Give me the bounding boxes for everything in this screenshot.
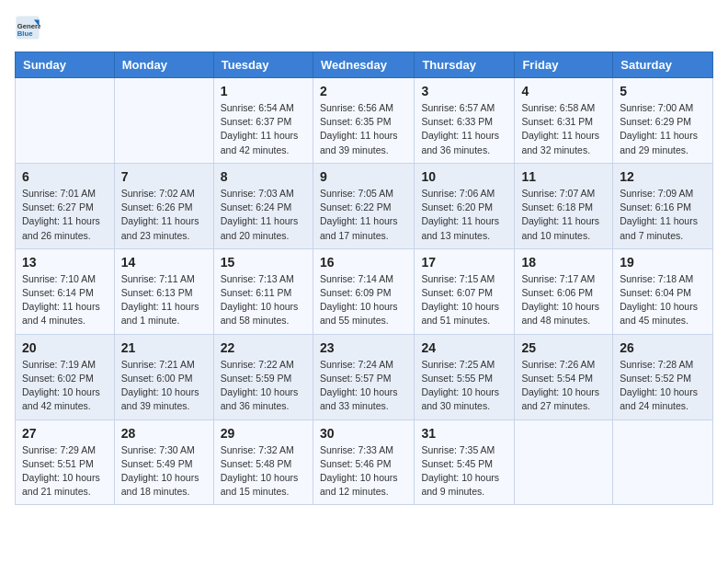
day-info: Sunrise: 7:18 AM Sunset: 6:04 PM Dayligh… [620, 272, 706, 328]
day-info: Sunrise: 7:13 AM Sunset: 6:11 PM Dayligh… [221, 272, 306, 328]
header-monday: Monday [114, 52, 213, 78]
day-info: Sunrise: 7:00 AM Sunset: 6:29 PM Dayligh… [620, 101, 706, 157]
day-number: 4 [521, 84, 606, 98]
day-info: Sunrise: 7:28 AM Sunset: 5:52 PM Dayligh… [620, 358, 706, 414]
week-row-5: 27Sunrise: 7:29 AM Sunset: 5:51 PM Dayli… [16, 419, 713, 505]
table-cell [114, 78, 213, 164]
day-info: Sunrise: 7:33 AM Sunset: 5:46 PM Dayligh… [320, 443, 407, 500]
day-number: 12 [620, 169, 706, 184]
table-cell [613, 419, 713, 505]
table-cell: 18Sunrise: 7:17 AM Sunset: 6:06 PM Dayli… [515, 248, 613, 334]
table-cell: 23Sunrise: 7:24 AM Sunset: 5:57 PM Dayli… [313, 334, 414, 419]
table-cell: 24Sunrise: 7:25 AM Sunset: 5:55 PM Dayli… [415, 334, 515, 419]
day-number: 30 [320, 426, 407, 441]
day-number: 9 [320, 169, 407, 184]
day-info: Sunrise: 6:56 AM Sunset: 6:35 PM Dayligh… [320, 101, 407, 157]
day-info: Sunrise: 7:30 AM Sunset: 5:49 PM Dayligh… [121, 443, 207, 500]
day-info: Sunrise: 7:01 AM Sunset: 6:27 PM Dayligh… [22, 187, 108, 243]
day-number: 13 [22, 255, 108, 270]
header-wednesday: Wednesday [313, 52, 414, 78]
table-cell: 17Sunrise: 7:15 AM Sunset: 6:07 PM Dayli… [415, 248, 515, 334]
header-sunday: Sunday [16, 52, 115, 78]
svg-text:Blue: Blue [17, 29, 33, 38]
day-number: 8 [221, 169, 306, 184]
day-number: 6 [22, 169, 108, 184]
table-cell: 27Sunrise: 7:29 AM Sunset: 5:51 PM Dayli… [16, 419, 115, 505]
day-number: 3 [421, 84, 507, 98]
header-row: SundayMondayTuesdayWednesdayThursdayFrid… [16, 52, 713, 78]
header-saturday: Saturday [613, 52, 713, 78]
header: General Blue [15, 15, 713, 40]
table-cell: 21Sunrise: 7:21 AM Sunset: 6:00 PM Dayli… [114, 334, 213, 419]
table-cell: 22Sunrise: 7:22 AM Sunset: 5:59 PM Dayli… [213, 334, 313, 419]
table-cell: 12Sunrise: 7:09 AM Sunset: 6:16 PM Dayli… [613, 163, 713, 248]
day-info: Sunrise: 7:22 AM Sunset: 5:59 PM Dayligh… [221, 358, 306, 414]
day-info: Sunrise: 7:35 AM Sunset: 5:45 PM Dayligh… [421, 443, 507, 500]
day-number: 31 [421, 426, 507, 441]
table-cell: 25Sunrise: 7:26 AM Sunset: 5:54 PM Dayli… [515, 334, 613, 419]
calendar-header: SundayMondayTuesdayWednesdayThursdayFrid… [16, 52, 713, 78]
day-info: Sunrise: 7:29 AM Sunset: 5:51 PM Dayligh… [22, 443, 108, 500]
table-cell: 29Sunrise: 7:32 AM Sunset: 5:48 PM Dayli… [213, 419, 313, 505]
day-info: Sunrise: 6:54 AM Sunset: 6:37 PM Dayligh… [221, 101, 306, 157]
header-thursday: Thursday [415, 52, 515, 78]
table-cell: 7Sunrise: 7:02 AM Sunset: 6:26 PM Daylig… [114, 163, 213, 248]
table-cell: 15Sunrise: 7:13 AM Sunset: 6:11 PM Dayli… [213, 248, 313, 334]
table-cell: 11Sunrise: 7:07 AM Sunset: 6:18 PM Dayli… [515, 163, 613, 248]
table-cell: 31Sunrise: 7:35 AM Sunset: 5:45 PM Dayli… [415, 419, 515, 505]
logo: General Blue [15, 15, 44, 40]
table-cell: 9Sunrise: 7:05 AM Sunset: 6:22 PM Daylig… [313, 163, 414, 248]
day-number: 2 [320, 84, 407, 98]
table-cell [515, 419, 613, 505]
day-number: 19 [620, 255, 706, 270]
day-number: 10 [421, 169, 507, 184]
day-number: 16 [320, 255, 407, 270]
day-info: Sunrise: 7:15 AM Sunset: 6:07 PM Dayligh… [421, 272, 507, 328]
week-row-4: 20Sunrise: 7:19 AM Sunset: 6:02 PM Dayli… [16, 334, 713, 419]
day-number: 22 [221, 340, 306, 355]
day-info: Sunrise: 7:14 AM Sunset: 6:09 PM Dayligh… [320, 272, 407, 328]
day-info: Sunrise: 7:25 AM Sunset: 5:55 PM Dayligh… [421, 358, 507, 414]
day-info: Sunrise: 7:32 AM Sunset: 5:48 PM Dayligh… [221, 443, 306, 500]
day-number: 24 [421, 340, 507, 355]
day-number: 1 [221, 84, 306, 98]
day-info: Sunrise: 6:57 AM Sunset: 6:33 PM Dayligh… [421, 101, 507, 157]
logo-icon: General Blue [15, 15, 40, 40]
table-cell: 19Sunrise: 7:18 AM Sunset: 6:04 PM Dayli… [613, 248, 713, 334]
day-number: 23 [320, 340, 407, 355]
week-row-1: 1Sunrise: 6:54 AM Sunset: 6:37 PM Daylig… [16, 78, 713, 164]
table-cell: 6Sunrise: 7:01 AM Sunset: 6:27 PM Daylig… [16, 163, 115, 248]
day-info: Sunrise: 7:02 AM Sunset: 6:26 PM Dayligh… [121, 187, 207, 243]
day-number: 29 [221, 426, 306, 441]
table-cell: 16Sunrise: 7:14 AM Sunset: 6:09 PM Dayli… [313, 248, 414, 334]
table-cell: 30Sunrise: 7:33 AM Sunset: 5:46 PM Dayli… [313, 419, 414, 505]
table-cell [16, 78, 115, 164]
table-cell: 8Sunrise: 7:03 AM Sunset: 6:24 PM Daylig… [213, 163, 313, 248]
table-cell: 10Sunrise: 7:06 AM Sunset: 6:20 PM Dayli… [415, 163, 515, 248]
week-row-3: 13Sunrise: 7:10 AM Sunset: 6:14 PM Dayli… [16, 248, 713, 334]
calendar-body: 1Sunrise: 6:54 AM Sunset: 6:37 PM Daylig… [16, 78, 713, 505]
table-cell: 28Sunrise: 7:30 AM Sunset: 5:49 PM Dayli… [114, 419, 213, 505]
day-info: Sunrise: 7:03 AM Sunset: 6:24 PM Dayligh… [221, 187, 306, 243]
table-cell: 5Sunrise: 7:00 AM Sunset: 6:29 PM Daylig… [613, 78, 713, 164]
calendar-table: SundayMondayTuesdayWednesdayThursdayFrid… [15, 52, 713, 505]
day-info: Sunrise: 7:11 AM Sunset: 6:13 PM Dayligh… [121, 272, 207, 328]
week-row-2: 6Sunrise: 7:01 AM Sunset: 6:27 PM Daylig… [16, 163, 713, 248]
day-number: 7 [121, 169, 207, 184]
day-info: Sunrise: 6:58 AM Sunset: 6:31 PM Dayligh… [521, 101, 606, 157]
day-info: Sunrise: 7:17 AM Sunset: 6:06 PM Dayligh… [521, 272, 606, 328]
day-number: 20 [22, 340, 108, 355]
day-number: 18 [521, 255, 606, 270]
day-info: Sunrise: 7:26 AM Sunset: 5:54 PM Dayligh… [521, 358, 606, 414]
day-number: 28 [121, 426, 207, 441]
day-info: Sunrise: 7:19 AM Sunset: 6:02 PM Dayligh… [22, 358, 108, 414]
header-friday: Friday [515, 52, 613, 78]
table-cell: 3Sunrise: 6:57 AM Sunset: 6:33 PM Daylig… [415, 78, 515, 164]
day-number: 15 [221, 255, 306, 270]
table-cell: 13Sunrise: 7:10 AM Sunset: 6:14 PM Dayli… [16, 248, 115, 334]
table-cell: 4Sunrise: 6:58 AM Sunset: 6:31 PM Daylig… [515, 78, 613, 164]
day-info: Sunrise: 7:09 AM Sunset: 6:16 PM Dayligh… [620, 187, 706, 243]
day-number: 11 [521, 169, 606, 184]
day-info: Sunrise: 7:10 AM Sunset: 6:14 PM Dayligh… [22, 272, 108, 328]
table-cell: 26Sunrise: 7:28 AM Sunset: 5:52 PM Dayli… [613, 334, 713, 419]
